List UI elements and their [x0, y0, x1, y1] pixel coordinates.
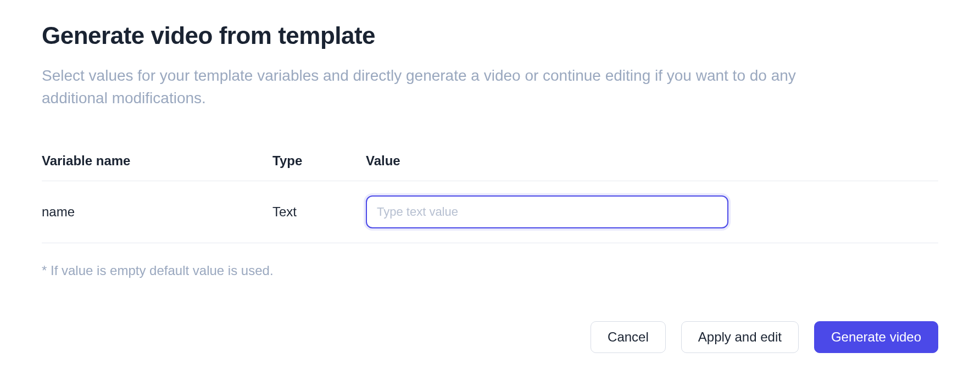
page-title: Generate video from template: [42, 22, 938, 49]
variable-type-cell: Text: [272, 181, 366, 243]
table-row: name Text: [42, 181, 938, 243]
generate-video-button[interactable]: Generate video: [814, 321, 938, 353]
button-row: Cancel Apply and edit Generate video: [42, 321, 938, 353]
variable-value-cell: [366, 181, 938, 243]
column-header-value: Value: [366, 147, 938, 181]
apply-and-edit-button[interactable]: Apply and edit: [681, 321, 799, 353]
variables-table: Variable name Type Value name Text: [42, 147, 938, 243]
column-header-variable-name: Variable name: [42, 147, 272, 181]
page-description: Select values for your template variable…: [42, 65, 811, 109]
variable-name-cell: name: [42, 181, 272, 243]
value-input[interactable]: [366, 195, 728, 228]
footnote: * If value is empty default value is use…: [42, 263, 938, 278]
cancel-button[interactable]: Cancel: [591, 321, 666, 353]
column-header-type: Type: [272, 147, 366, 181]
